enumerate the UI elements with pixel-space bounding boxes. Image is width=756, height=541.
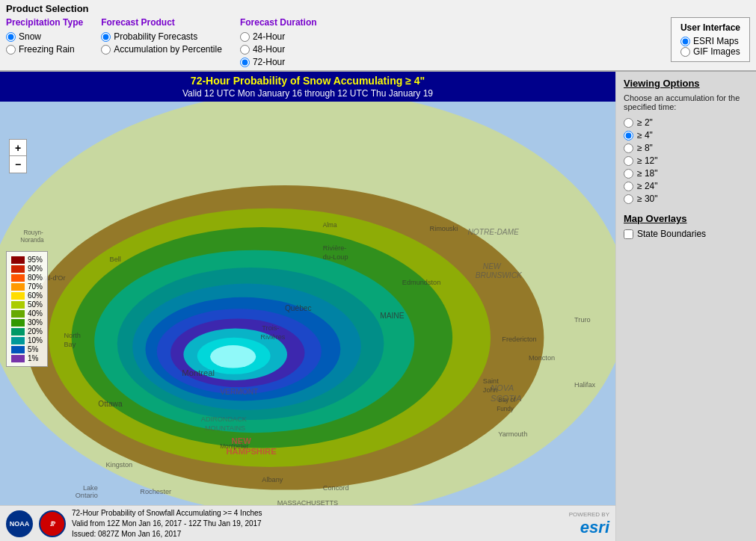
svg-text:Kingston: Kingston (106, 461, 133, 469)
legend-item-95: 95% (11, 256, 43, 264)
legend-color-1 (11, 355, 25, 362)
gif-images-option[interactable]: GIF Images (680, 46, 740, 57)
72hr-option[interactable]: 72-Hour (240, 57, 317, 67)
legend-label-40: 40% (28, 309, 43, 318)
freezing-rain-option[interactable]: Freezing Rain (6, 44, 83, 55)
svg-text:Fredericton: Fredericton (502, 336, 536, 343)
svg-text:Bay: Bay (64, 341, 76, 348)
legend-item-30: 30% (11, 318, 43, 327)
legend-label-1: 1% (28, 354, 38, 362)
gif-radio[interactable] (680, 47, 690, 57)
legend-item-90: 90% (11, 265, 43, 273)
probability-label: Probability Forecasts (114, 31, 197, 42)
svg-text:North: North (64, 332, 80, 339)
svg-text:du-Loup: du-Loup (323, 253, 348, 261)
product-selection-title: Product Selection (6, 3, 750, 14)
forecast-duration-section: Forecast Duration 24-Hour 48-Hour 72-Hou… (240, 17, 317, 67)
48hr-label: 48-Hour (253, 44, 285, 55)
72hr-radio[interactable] (240, 58, 250, 67)
state-boundaries-option[interactable]: State Boundaries (624, 229, 749, 239)
accumulation-2in[interactable]: ≥ 2" (624, 117, 749, 128)
accumulation-description: Choose an accumulation for the specified… (624, 93, 749, 111)
24hr-label: 24-Hour (253, 31, 285, 42)
svg-text:Rimouski: Rimouski (430, 225, 458, 232)
accumulation-18in-radio[interactable] (624, 169, 633, 179)
accumulation-30in-radio[interactable] (624, 194, 633, 204)
state-boundaries-checkbox[interactable] (624, 229, 633, 239)
user-interface-label: User Interface (680, 22, 740, 33)
svg-text:Bell: Bell (110, 256, 121, 263)
svg-text:Albany: Albany (262, 476, 283, 483)
snow-radio[interactable] (6, 32, 16, 42)
accumulation-radio[interactable] (101, 45, 111, 55)
legend-color-40 (11, 310, 25, 318)
legend-item-70: 70% (11, 282, 43, 291)
map-overlays-title: Map Overlays (624, 213, 749, 224)
map-subtitle: Valid 12 UTC Mon January 16 through 12 U… (0, 88, 615, 102)
accumulation-4in[interactable]: ≥ 4" (624, 130, 749, 140)
svg-text:VERMONT: VERMONT (220, 388, 258, 396)
probability-radio[interactable] (101, 32, 111, 42)
24hr-radio[interactable] (240, 32, 250, 42)
legend-item-80: 80% (11, 273, 43, 282)
svg-text:BRUNSWICK: BRUNSWICK (476, 271, 523, 279)
accumulation-12in[interactable]: ≥ 12" (624, 155, 749, 166)
footer-text: 72-Hour Probability of Snowfall Accumula… (72, 508, 563, 540)
svg-text:Trois-: Trois- (262, 324, 279, 332)
freezing-rain-radio[interactable] (6, 45, 16, 55)
legend-label-80: 80% (28, 273, 43, 282)
viewing-options-title: Viewing Options (624, 78, 749, 89)
legend-item-1: 1% (11, 354, 43, 362)
accumulation-8in-label: ≥ 8" (637, 143, 653, 153)
svg-text:Montpelier: Montpelier (220, 443, 248, 450)
svg-text:Halifax: Halifax (574, 381, 595, 389)
accumulation-30in[interactable]: ≥ 30" (624, 194, 749, 204)
svg-text:Concord: Concord (323, 484, 349, 492)
map-svg: NOTRE-DAME NEW BRUNSWICK NOVA SCOTIA MAI… (0, 102, 615, 505)
snow-option[interactable]: Snow (6, 31, 83, 42)
esri-radio[interactable] (680, 37, 690, 46)
snow-label: Snow (19, 31, 41, 42)
legend-color-5 (11, 346, 25, 353)
esri-maps-option[interactable]: ESRI Maps (680, 36, 740, 46)
svg-text:MASSACHUSETTS: MASSACHUSETTS (277, 499, 338, 505)
zoom-in-button[interactable]: + (10, 140, 26, 156)
48hr-option[interactable]: 48-Hour (240, 44, 317, 55)
accumulation-12in-label: ≥ 12" (637, 155, 658, 166)
legend-item-60: 60% (11, 291, 43, 300)
accumulation-24in[interactable]: ≥ 24" (624, 181, 749, 191)
zoom-out-button[interactable]: − (10, 156, 26, 173)
svg-text:Bay of: Bay of (498, 397, 516, 404)
48hr-radio[interactable] (240, 45, 250, 55)
accumulation-4in-radio[interactable] (624, 131, 633, 140)
accumulation-2in-radio[interactable] (624, 118, 633, 128)
accumulation-18in[interactable]: ≥ 18" (624, 168, 749, 179)
svg-text:Lake: Lake (83, 484, 98, 492)
svg-text:Moncton: Moncton (529, 354, 555, 362)
24hr-option[interactable]: 24-Hour (240, 31, 317, 42)
svg-text:Québec: Québec (285, 304, 312, 312)
map-legend: 95% 90% 80% 70% 60% (6, 251, 48, 367)
map-image[interactable]: NOTRE-DAME NEW BRUNSWICK NOVA SCOTIA MAI… (0, 102, 615, 505)
svg-text:Rochester: Rochester (140, 488, 171, 495)
accumulation-8in[interactable]: ≥ 8" (624, 143, 749, 153)
legend-label-30: 30% (28, 318, 43, 327)
legend-color-90 (11, 265, 25, 273)
precipitation-type-section: Precipitation Type Snow Freezing Rain (6, 17, 83, 55)
svg-text:MOUNTAINS: MOUNTAINS (205, 424, 245, 432)
svg-text:NOTRE-DAME: NOTRE-DAME (467, 228, 519, 236)
map-title: 72-Hour Probability of Snow Accumulating… (0, 72, 615, 88)
legend-label-10: 10% (28, 336, 43, 344)
svg-text:Rivières: Rivières (260, 333, 285, 341)
probability-forecasts-option[interactable]: Probability Forecasts (101, 31, 222, 42)
accumulation-4in-label: ≥ 4" (637, 130, 653, 140)
legend-color-95 (11, 256, 25, 264)
svg-text:Ottawa: Ottawa (98, 400, 123, 408)
legend-color-10 (11, 337, 25, 344)
freezing-rain-label: Freezing Rain (19, 44, 75, 55)
accumulation-percentile-option[interactable]: Accumulation by Percentile (101, 44, 222, 55)
accumulation-12in-radio[interactable] (624, 156, 633, 166)
accumulation-24in-radio[interactable] (624, 182, 633, 191)
accumulation-8in-radio[interactable] (624, 143, 633, 153)
svg-text:Noranda: Noranda (20, 237, 44, 244)
